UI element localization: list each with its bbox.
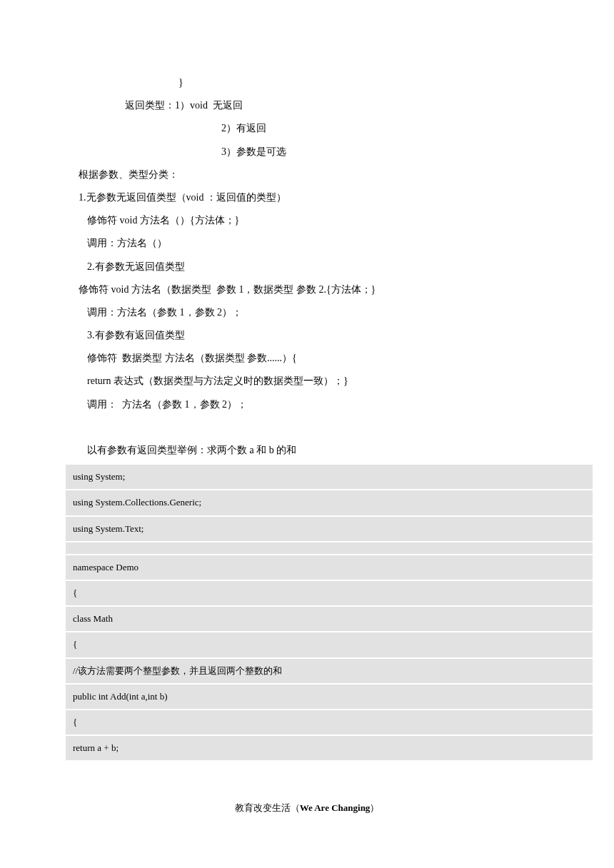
text-line: } (79, 71, 535, 94)
code-line: return a + b; (66, 736, 593, 760)
code-line: { (66, 632, 593, 658)
text-line: 返回类型：1）void 无返回 (79, 94, 535, 117)
text-line: 3.有参数有返回值类型 (79, 324, 535, 347)
text-line (79, 416, 535, 439)
text-line: 2）有返回 (79, 117, 535, 140)
code-line: { (66, 581, 593, 607)
text-line: 1.无参数无返回值类型（void ：返回值的类型） (79, 186, 535, 209)
text-line: 调用：方法名（参数 1，参数 2）； (79, 301, 535, 324)
code-line: class Math (66, 607, 593, 632)
code-block: using System; using System.Collections.G… (66, 465, 593, 760)
body-text: } 返回类型：1）void 无返回 2）有返回 3）参数是可选 根据参数、类型分… (79, 71, 535, 462)
document-page: } 返回类型：1）void 无返回 2）有返回 3）参数是可选 根据参数、类型分… (0, 0, 614, 789)
text-line: 以有参数有返回类型举例：求两个数 a 和 b 的和 (79, 439, 535, 462)
code-line (66, 542, 593, 555)
code-line: namespace Demo (66, 555, 593, 581)
text-line: 根据参数、类型分类： (79, 163, 535, 186)
footer-prefix: 教育改变生活（ (235, 802, 300, 813)
text-line: 调用： 方法名（参数 1，参数 2）； (79, 393, 535, 416)
code-line: using System.Text; (66, 517, 593, 542)
footer-bold: We Are Changing (300, 802, 371, 813)
text-line: 修饰符 数据类型 方法名（数据类型 参数......）{ (79, 347, 535, 370)
page-footer: 教育改变生活（We Are Changing） (0, 789, 614, 836)
code-line: using System; (66, 465, 593, 490)
text-line: 2.有参数无返回值类型 (79, 256, 535, 278)
text-line: 调用：方法名（） (79, 232, 535, 255)
footer-suffix: ） (370, 802, 379, 813)
code-line: //该方法需要两个整型参数，并且返回两个整数的和 (66, 659, 593, 685)
code-line: { (66, 710, 593, 736)
text-line: 3）参数是可选 (79, 141, 535, 163)
code-line: public int Add(int a,int b) (66, 685, 593, 710)
code-line: using System.Collections.Generic; (66, 490, 593, 516)
text-line: return 表达式（数据类型与方法定义时的数据类型一致）；} (79, 370, 535, 393)
text-line: 修饰符 void 方法名（数据类型 参数 1，数据类型 参数 2.{方法体；} (79, 278, 535, 301)
text-line: 修饰符 void 方法名（）{方法体；} (79, 209, 535, 232)
